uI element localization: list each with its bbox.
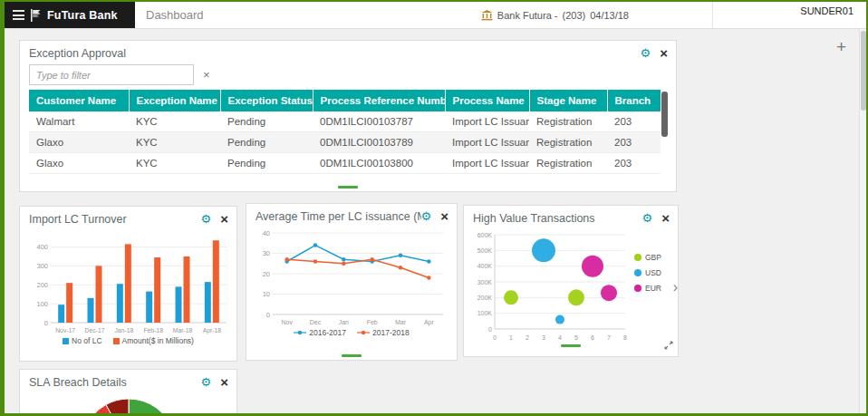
svg-text:100K: 100K [477, 310, 493, 316]
page-title: Dashboard [146, 8, 204, 22]
table-scrollbar-thumb[interactable] [661, 92, 668, 137]
column-header[interactable]: Branch [607, 90, 661, 111]
carousel-next-icon[interactable]: › [673, 280, 678, 295]
svg-text:400: 400 [36, 243, 48, 251]
avg-time-legend: 2016-20172017-2018 [246, 328, 457, 337]
legend-swatch [63, 338, 69, 344]
svg-text:Dec: Dec [310, 319, 322, 325]
table-cell: Glaxo [29, 132, 129, 153]
svg-text:Feb: Feb [367, 319, 378, 325]
column-header[interactable]: Stage Name [529, 90, 607, 111]
svg-text:200K: 200K [477, 295, 493, 301]
widget-title: Average Time per LC issuance (Mins) [256, 210, 421, 223]
table-row[interactable]: WalmartKYCPending0DM1ILCI00103787Import … [29, 111, 661, 132]
svg-text:0: 0 [488, 326, 492, 333]
table-cell: Pending [220, 153, 313, 174]
column-header[interactable]: Customer Name [29, 90, 129, 111]
svg-text:Apr-18: Apr-18 [202, 327, 221, 334]
svg-text:4: 4 [558, 334, 562, 341]
widget-avg-time: Average Time per LC issuance (Mins) ⚙ × … [246, 203, 458, 361]
expand-icon[interactable] [664, 337, 673, 353]
legend-item[interactable]: No of LC [63, 336, 102, 345]
exception-table-body: WalmartKYCPending0DM1ILCI00103787Import … [29, 111, 661, 174]
svg-text:30: 30 [263, 249, 270, 257]
svg-text:Mar: Mar [395, 319, 407, 325]
table-row[interactable]: GlaxoKYCPending0DM1ILCI00103800Import LC… [29, 153, 661, 174]
svg-text:Mar-18: Mar-18 [172, 327, 192, 334]
table-cell: Import LC Issuance [445, 111, 529, 132]
brand-name: FuTura Bank [47, 9, 118, 22]
svg-text:300K: 300K [477, 279, 493, 285]
settings-gear-icon[interactable]: ⚙ [421, 210, 432, 222]
svg-text:3: 3 [542, 334, 545, 341]
page-scrollbar[interactable] [859, 29, 866, 413]
table-row[interactable]: GlaxoKYCPending0DM1ILCI00103789Import LC… [29, 132, 661, 153]
table-cell: Registration [529, 111, 607, 132]
bank-building-icon [481, 10, 493, 21]
page: FuTura Bank Dashboard Bank Futura - (203… [0, 0, 868, 416]
legend-item[interactable]: GBP [634, 253, 678, 262]
legend-swatch [634, 254, 641, 261]
widget-title: SLA Breach Details [29, 376, 201, 389]
column-header[interactable]: Exception Status [220, 90, 313, 111]
table-cell: Glaxo [29, 153, 129, 174]
column-header[interactable]: Process Reference Number [313, 90, 445, 111]
import-lc-legend: No of LCAmount($ in Millions) [20, 336, 236, 345]
close-icon[interactable]: × [660, 46, 668, 60]
widget-high-value: High Value Transactions ⚙ × 0100K200K300… [463, 205, 679, 357]
sla-pie-chart [20, 395, 236, 416]
close-icon[interactable]: × [440, 209, 448, 223]
column-header[interactable]: Exception Name [129, 90, 220, 111]
brand-flag-icon [31, 9, 41, 22]
close-icon[interactable]: × [220, 212, 228, 226]
brand: FuTura Bank [5, 2, 135, 28]
legend-swatch [634, 269, 641, 276]
svg-text:200: 200 [36, 281, 48, 289]
settings-gear-icon[interactable]: ⚙ [201, 213, 212, 225]
table-cell: Registration [529, 132, 607, 153]
table-cell: Pending [220, 132, 313, 153]
svg-text:10: 10 [263, 290, 270, 298]
svg-text:1: 1 [509, 334, 513, 341]
avg-time-chart: 010203040NovDecJanFebMarApr [246, 226, 457, 327]
settings-gear-icon[interactable]: ⚙ [642, 212, 653, 224]
high-value-legend: GBPUSDEUR [634, 227, 678, 293]
svg-text:Jan-18: Jan-18 [114, 327, 133, 334]
clear-filter-icon[interactable]: × [203, 69, 210, 81]
table-cell: KYC [129, 153, 220, 174]
widget-exception-approval: Exception Approval ⚙ × × Customer NameEx… [19, 40, 677, 192]
legend-swatch [113, 338, 120, 344]
settings-gear-icon[interactable]: ⚙ [201, 376, 212, 388]
hamburger-menu-icon[interactable] [13, 10, 24, 20]
svg-text:0: 0 [43, 319, 47, 327]
close-icon[interactable]: × [220, 375, 228, 389]
svg-text:Dec-17: Dec-17 [84, 327, 104, 334]
column-header[interactable]: Process Name [445, 90, 529, 111]
table-cell: Walmart [29, 111, 129, 132]
table-cell: 203 [607, 132, 661, 153]
svg-text:Nov-17: Nov-17 [55, 327, 75, 334]
scroll-hint-dash [561, 344, 581, 347]
legend-item[interactable]: Amount($ in Millions) [113, 336, 194, 345]
svg-text:0: 0 [266, 311, 270, 319]
filter-input[interactable] [29, 64, 194, 85]
close-icon[interactable]: × [661, 211, 670, 225]
bank-selector[interactable]: Bank Futura - (203) 04/13/18 [481, 10, 629, 21]
page-scrollbar-thumb[interactable] [861, 31, 866, 111]
svg-text:100: 100 [36, 300, 48, 308]
svg-text:6: 6 [591, 334, 594, 341]
legend-item[interactable]: USD [634, 268, 678, 277]
header-date: 04/13/18 [590, 10, 629, 21]
table-cell: Pending [220, 111, 313, 132]
legend-item[interactable]: 2016-2017 [294, 328, 346, 337]
legend-item[interactable]: 2017-2018 [357, 328, 410, 337]
widget-sla-breach: SLA Breach Details ⚙ × [19, 369, 237, 416]
branch-code: (203) [562, 10, 585, 21]
table-cell: Registration [529, 153, 607, 174]
legend-item[interactable]: EUR [634, 284, 678, 293]
user-menu[interactable]: SUNDER01 [712, 2, 866, 28]
svg-text:Jan: Jan [339, 319, 349, 325]
widget-title: Import LC Turnover [29, 213, 201, 226]
settings-gear-icon[interactable]: ⚙ [641, 47, 651, 59]
add-widget-button[interactable]: + [836, 38, 846, 55]
